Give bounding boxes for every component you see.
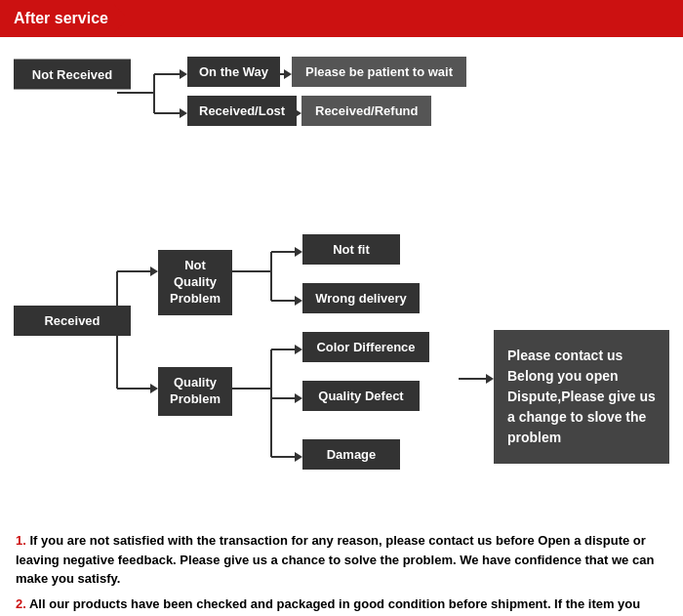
svg-marker-19 <box>295 247 302 257</box>
svg-marker-5 <box>180 108 187 118</box>
info-point1-text: If you are not satisfied with the transa… <box>16 533 654 586</box>
quality-problem-node: QualityProblem <box>158 367 232 416</box>
wrong-delivery-node: Wrong delivery <box>302 283 420 313</box>
info-point2-text: All our products have been checked and p… <box>16 596 640 617</box>
received-lost-node: Received/Lost <box>187 96 297 126</box>
svg-marker-15 <box>150 384 158 393</box>
svg-marker-7 <box>284 69 292 79</box>
svg-marker-31 <box>486 374 494 384</box>
not-quality-problem-node: NotQualityProblem <box>158 250 232 315</box>
not-received-node: Not Received <box>14 60 131 90</box>
received-node: Received <box>14 306 131 336</box>
on-the-way-node: On the Way <box>187 57 280 87</box>
info-point1: 1. If you are not satisfied with the tra… <box>16 531 667 589</box>
flowchart: Not Received On the Way Please be patien… <box>10 47 683 515</box>
received-refund-node: Received/Refund <box>301 96 431 126</box>
svg-marker-25 <box>295 345 302 354</box>
patient-node: Please be patient to wait <box>292 57 466 87</box>
color-difference-node: Color Difference <box>302 332 429 362</box>
not-fit-node: Not fit <box>302 234 400 265</box>
svg-marker-29 <box>295 452 302 462</box>
info-section: 1. If you are not satisfied with the tra… <box>10 531 673 616</box>
header: After service <box>0 0 683 37</box>
contact-us-box: Please contact us Belong you open Disput… <box>494 330 669 464</box>
svg-marker-27 <box>295 393 302 403</box>
info-point2-num: 2. <box>16 596 26 611</box>
svg-marker-21 <box>295 296 302 306</box>
svg-marker-13 <box>150 267 158 276</box>
quality-defect-node: Quality Defect <box>302 381 420 411</box>
header-title: After service <box>0 4 128 33</box>
svg-marker-3 <box>180 69 187 79</box>
info-point1-num: 1. <box>16 533 26 548</box>
info-point2: 2. All our products have been checked an… <box>16 595 667 617</box>
damage-node: Damage <box>302 439 400 470</box>
